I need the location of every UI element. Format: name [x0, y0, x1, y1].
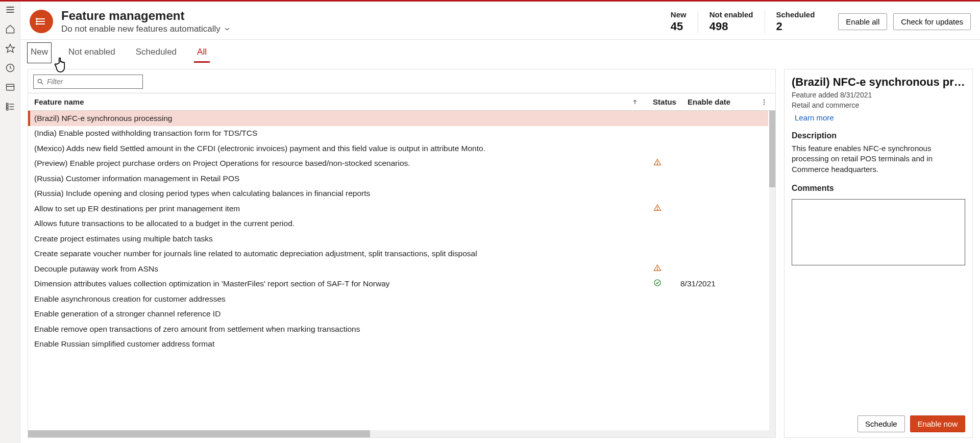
table-row[interactable]: Dimension attributes values collection o… [28, 277, 768, 292]
svg-rect-7 [6, 103, 8, 105]
table-row[interactable]: Enable asynchronous creation for custome… [28, 291, 768, 307]
feature-name-cell: Enable Russian simplified customer addre… [34, 339, 621, 349]
feature-name-cell: Allows future transactions to be allocat… [34, 219, 621, 228]
svg-point-26 [657, 164, 657, 164]
svg-point-18 [36, 23, 37, 24]
svg-point-30 [657, 269, 657, 269]
feature-name-cell: Enable asynchronous creation for custome… [34, 294, 621, 304]
column-status[interactable]: Status [642, 97, 688, 106]
svg-point-17 [36, 21, 37, 22]
metric-scheduled[interactable]: Scheduled 2 [765, 10, 826, 33]
feature-name-cell: Create separate voucher number for journ… [34, 249, 621, 258]
svg-point-23 [764, 101, 765, 102]
feature-name-cell: (Russia) Include opening and closing per… [34, 189, 621, 198]
feature-name-cell: (India) Enable posted withholding transa… [34, 129, 621, 138]
enable-all-button[interactable]: Enable all [838, 13, 887, 30]
table-row[interactable]: Enable remove open transactions of zero … [28, 322, 768, 337]
sort-asc-icon[interactable] [628, 99, 642, 105]
learn-more-link[interactable]: Learn more [795, 113, 965, 122]
svg-rect-5 [6, 84, 14, 90]
svg-line-20 [41, 83, 43, 85]
tab-not-enabled[interactable]: Not enabled [65, 43, 118, 63]
status-cell [634, 279, 680, 289]
horizontal-scrollbar[interactable] [28, 430, 775, 437]
page-title: Feature management [61, 9, 231, 23]
column-enable-date[interactable]: Enable date [688, 97, 759, 106]
description-heading: Description [792, 131, 965, 140]
auto-enable-dropdown[interactable]: Do not enable new features automatically [61, 24, 231, 34]
chevron-down-icon [224, 26, 231, 33]
svg-point-24 [764, 104, 765, 105]
svg-point-16 [36, 18, 37, 19]
feature-name-cell: Allow to set up ER destinations per prin… [34, 204, 621, 213]
svg-point-31 [654, 280, 660, 286]
tab-scheduled[interactable]: Scheduled [133, 43, 180, 63]
detail-module: Retail and commerce [792, 101, 965, 109]
check-updates-button[interactable]: Check for updates [893, 13, 971, 30]
feature-name-cell: Enable generation of a stronger channel … [34, 309, 621, 318]
svg-point-28 [657, 209, 657, 209]
metric-not-enabled[interactable]: Not enabled 498 [698, 10, 765, 33]
recent-icon[interactable] [5, 63, 15, 73]
feature-name-cell: Create project estimates using multiple … [34, 234, 621, 243]
enable-now-button[interactable]: Enable now [910, 415, 965, 432]
feature-name-cell: (Russia) Customer information management… [34, 174, 621, 183]
feature-name-cell: (Mexico) Adds new field Settled amount i… [34, 144, 621, 153]
feature-name-cell: Decouple putaway work from ASNs [34, 264, 621, 274]
comments-textarea[interactable] [792, 199, 965, 265]
tab-all[interactable]: All [194, 43, 210, 63]
table-row[interactable]: Create project estimates using multiple … [28, 231, 768, 247]
table-row[interactable]: Decouple putaway work from ASNs [28, 261, 768, 277]
status-cell [634, 158, 680, 168]
feature-management-icon [30, 10, 53, 33]
metric-new[interactable]: New 45 [659, 10, 698, 33]
svg-rect-8 [6, 106, 8, 107]
table-row[interactable]: Allows future transactions to be allocat… [28, 216, 768, 232]
svg-rect-9 [6, 108, 8, 110]
tab-new[interactable]: New [28, 43, 51, 63]
svg-point-22 [764, 99, 765, 100]
filter-box[interactable] [33, 75, 143, 89]
auto-enable-label: Do not enable new features automatically [61, 24, 220, 34]
table-row[interactable]: (Preview) Enable project purchase orders… [28, 156, 768, 171]
table-row[interactable]: (Mexico) Adds new field Settled amount i… [28, 141, 768, 156]
column-feature-name[interactable]: Feature name [34, 97, 628, 106]
modules-icon[interactable] [5, 102, 15, 112]
column-menu-icon[interactable] [759, 99, 769, 106]
table-row[interactable]: Enable Russian simplified customer addre… [28, 337, 768, 352]
svg-point-19 [38, 79, 41, 83]
svg-marker-3 [6, 44, 14, 53]
description-text: This feature enables NFC-e synchronous p… [792, 143, 965, 175]
hamburger-icon[interactable] [5, 5, 15, 15]
workspace-icon[interactable] [5, 82, 15, 92]
feature-name-cell: Enable remove open transactions of zero … [34, 325, 621, 334]
comments-heading: Comments [792, 184, 965, 193]
table-row[interactable]: Enable generation of a stronger channel … [28, 307, 768, 322]
feature-name-cell: (Preview) Enable project purchase orders… [34, 159, 621, 168]
filter-input[interactable] [47, 78, 139, 86]
table-row[interactable]: (Russia) Customer information management… [28, 171, 768, 186]
vertical-scrollbar[interactable] [769, 111, 775, 430]
star-icon[interactable] [5, 43, 15, 54]
status-cell [634, 204, 680, 214]
home-icon[interactable] [5, 24, 15, 34]
feature-name-cell: (Brazil) NFC-e synchronous processing [34, 114, 621, 123]
table-row[interactable]: (Brazil) NFC-e synchronous processing [28, 111, 768, 126]
status-cell [634, 264, 680, 274]
table-row[interactable]: (India) Enable posted withholding transa… [28, 126, 768, 141]
feature-name-cell: Dimension attributes values collection o… [34, 279, 621, 288]
table-row[interactable]: (Russia) Include opening and closing per… [28, 186, 768, 202]
enable-date-cell: 8/31/2021 [680, 279, 752, 288]
table-row[interactable]: Create separate voucher number for journ… [28, 247, 768, 262]
search-icon [37, 78, 44, 85]
schedule-button[interactable]: Schedule [857, 415, 905, 432]
detail-added-date: Feature added 8/31/2021 [792, 91, 965, 99]
detail-title: (Brazil) NFC-e synchronous proce... [792, 76, 965, 89]
table-row[interactable]: Allow to set up ER destinations per prin… [28, 201, 768, 216]
